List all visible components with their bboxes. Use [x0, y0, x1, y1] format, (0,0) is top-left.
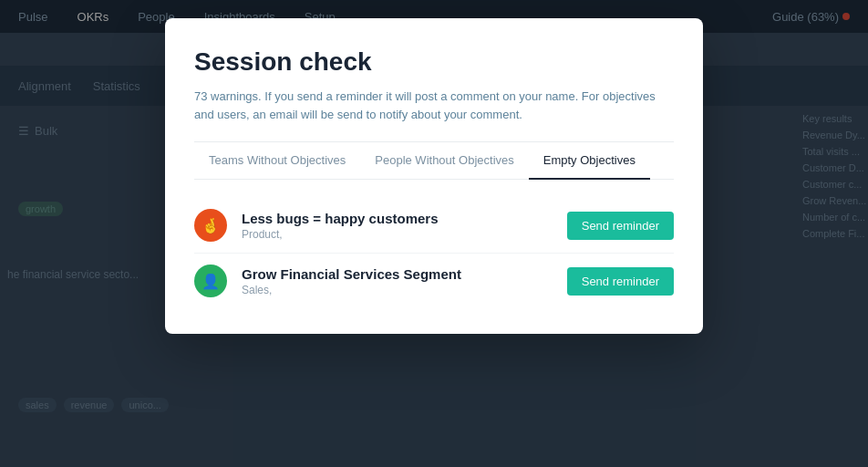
- send-reminder-button-1[interactable]: Send reminder: [567, 267, 674, 296]
- modal: Session check 73 warnings. If you send a…: [165, 18, 703, 334]
- modal-subtitle: 73 warnings. If you send a reminder it w…: [194, 88, 674, 123]
- objective-item-0: 🤞 Less bugs = happy customers Product, S…: [194, 198, 674, 254]
- avatar-1: 👤: [194, 265, 227, 297]
- item-sub-0: Product,: [242, 228, 553, 241]
- modal-title: Session check: [194, 47, 674, 77]
- item-info-1: Grow Financial Services Segment Sales,: [242, 266, 553, 296]
- item-name-0: Less bugs = happy customers: [242, 211, 553, 226]
- tab-empty-objectives[interactable]: Empty Objectives: [529, 142, 650, 180]
- item-name-1: Grow Financial Services Segment: [242, 266, 553, 282]
- avatar-0: 🤞: [194, 209, 227, 242]
- tab-people-without-objectives[interactable]: People Without Objectives: [360, 142, 528, 180]
- objective-item-1: 👤 Grow Financial Services Segment Sales,…: [194, 254, 674, 308]
- tab-teams-without-objectives[interactable]: Teams Without Objectives: [194, 142, 360, 180]
- send-reminder-button-0[interactable]: Send reminder: [567, 212, 674, 240]
- item-info-0: Less bugs = happy customers Product,: [242, 211, 553, 241]
- item-sub-1: Sales,: [242, 284, 553, 296]
- modal-tabs: Teams Without Objectives People Without …: [194, 142, 674, 180]
